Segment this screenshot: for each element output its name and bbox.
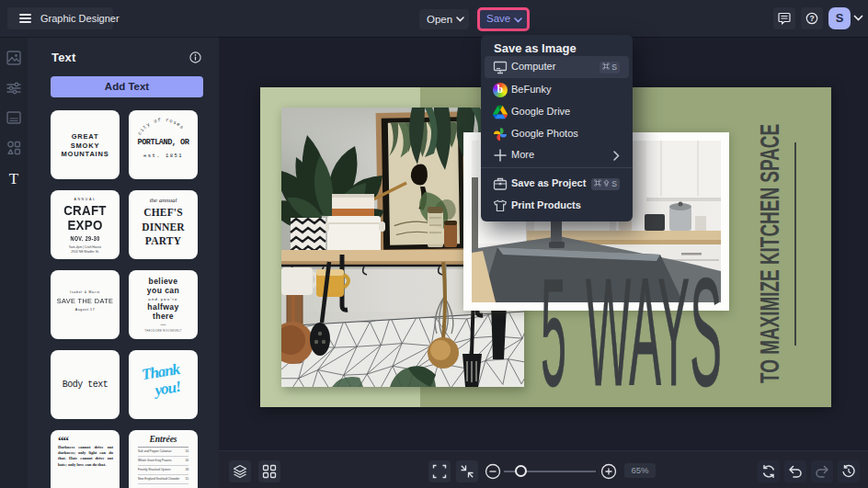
svg-text:WAYS: WAYS bbox=[586, 273, 722, 391]
svg-text:TO MAXIMIZE KITCHEN SPACE: TO MAXIMIZE KITCHEN SPACE bbox=[759, 124, 781, 383]
svg-text:5: 5 bbox=[541, 273, 566, 391]
svg-text:city of roses: city of roses bbox=[137, 118, 185, 136]
svg-text:?: ? bbox=[809, 14, 814, 23]
svg-text:T: T bbox=[9, 171, 19, 186]
